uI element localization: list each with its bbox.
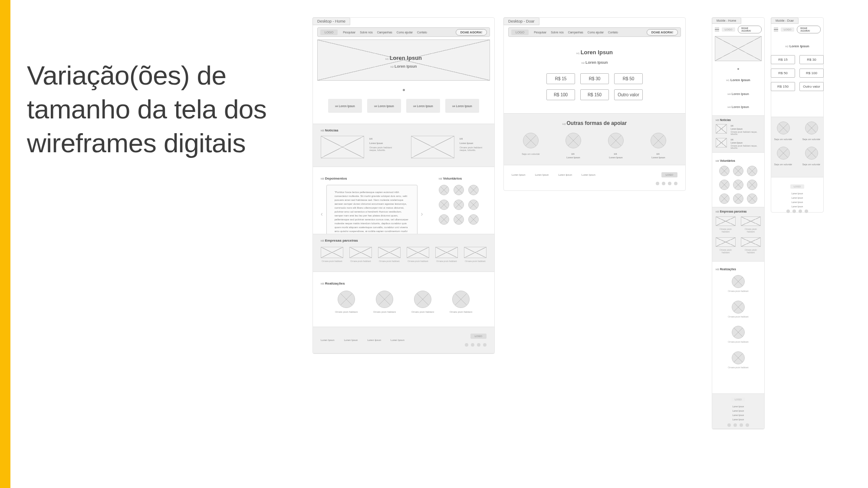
nav-item[interactable]: Como ajudar — [588, 31, 604, 34]
amount-button[interactable]: R$ 100 — [546, 89, 575, 100]
partner-item[interactable]: Ornare proin habitant — [464, 247, 487, 262]
avatar[interactable] — [747, 180, 757, 190]
real-item[interactable]: Ornare proin habitant — [716, 326, 761, 344]
avatar[interactable] — [468, 214, 479, 225]
partner-item[interactable]: Ornare proin habitant — [716, 216, 736, 233]
logo[interactable]: LOGO — [320, 29, 338, 35]
social-icon[interactable] — [746, 423, 749, 427]
donate-cta[interactable]: DOAE AGORA! — [738, 26, 762, 33]
real-item[interactable]: Ornare proin habitant — [716, 351, 761, 369]
donate-cta[interactable]: DOAE AGORA! — [456, 29, 487, 36]
footer-logo[interactable]: LOGO — [731, 397, 745, 402]
footer-link[interactable]: Loren Ipsun — [775, 197, 820, 199]
footer-logo[interactable]: LOGO — [470, 334, 487, 339]
nav-item[interactable]: Sobre nós — [360, 31, 373, 34]
next-arrow[interactable]: › — [421, 210, 423, 217]
support-item[interactable]: Seja um voluntár — [516, 133, 546, 159]
support-item[interactable]: Seja um voluntár — [802, 121, 821, 141]
amount-button[interactable]: R$ 150 — [580, 89, 609, 100]
avatar[interactable] — [454, 200, 464, 210]
avatar[interactable] — [468, 185, 479, 195]
social-icon[interactable] — [656, 182, 659, 185]
support-item[interactable]: Seja um voluntár — [774, 121, 792, 141]
social-icon[interactable] — [799, 210, 802, 213]
avatar[interactable] — [468, 200, 479, 210]
partner-item[interactable]: Ornare proin habitant — [321, 247, 343, 262]
avatar[interactable] — [733, 193, 743, 204]
avatar[interactable] — [454, 214, 464, 225]
avatar[interactable] — [439, 185, 449, 195]
feature-card[interactable]: H4Loren Ipsun — [367, 99, 401, 113]
partner-item[interactable]: Ornare proin habitant — [741, 237, 761, 254]
footer-link[interactable]: Loren Ipsun — [367, 339, 381, 341]
nav-item[interactable]: Campanhas — [568, 31, 583, 34]
footer-link[interactable]: Loren Ipsun — [512, 174, 526, 176]
feature-card[interactable]: H4Loren Ipsun — [445, 99, 479, 113]
social-icon[interactable] — [786, 210, 790, 213]
social-icon[interactable] — [805, 210, 808, 213]
support-item[interactable]: H4Loren Ipsun — [558, 133, 589, 159]
amount-button[interactable]: Outro valor — [799, 82, 824, 91]
real-item[interactable]: Ornare proin habitant — [716, 301, 761, 318]
real-item[interactable]: Ornare proin habitant — [333, 291, 359, 314]
support-item[interactable]: H4Loren Ipsun — [643, 133, 674, 159]
footer-link[interactable]: Loren Ipsun — [716, 409, 761, 412]
real-item[interactable]: Ornare proin habitant — [716, 275, 761, 293]
news-item[interactable]: H4Loren IpsunOrnare proin habitant neque… — [716, 138, 761, 149]
nav-item[interactable]: Contato — [417, 31, 427, 34]
partner-item[interactable]: Ornare proin habitant — [741, 216, 761, 233]
nav-item[interactable]: Pesquisar — [534, 31, 546, 34]
amount-button[interactable]: R$ 30 — [799, 55, 824, 64]
social-icon[interactable] — [477, 343, 480, 347]
amount-button[interactable]: R$ 15 — [771, 55, 795, 64]
social-icon[interactable] — [483, 343, 487, 347]
amount-button[interactable]: R$ 50 — [771, 69, 795, 78]
footer-link[interactable]: Loren Ipsun — [775, 201, 820, 203]
footer-link[interactable]: Loren Ipsun — [716, 405, 761, 408]
social-icon[interactable] — [465, 343, 468, 347]
news-item[interactable]: H4Loren IpsunOrnare proin habitant neque… — [716, 124, 761, 135]
real-item[interactable]: Ornare proin habitant — [372, 291, 398, 314]
avatar[interactable] — [719, 193, 730, 204]
feature-item[interactable]: H4Loren Ipsun — [715, 89, 762, 97]
social-icon[interactable] — [733, 423, 737, 427]
footer-link[interactable]: Loren Ipsun — [391, 339, 404, 341]
social-icon[interactable] — [727, 423, 731, 427]
avatar[interactable] — [439, 214, 449, 225]
social-icon[interactable] — [471, 343, 474, 347]
avatar[interactable] — [733, 180, 743, 190]
prev-arrow[interactable]: ‹ — [321, 210, 323, 217]
support-item[interactable]: Seja um voluntár — [774, 147, 792, 166]
footer-link[interactable]: Loren Ipsun — [716, 418, 761, 421]
logo[interactable]: LOGO — [722, 27, 735, 32]
footer-link[interactable]: Loren Ipsun — [775, 205, 820, 208]
avatar[interactable] — [719, 180, 730, 190]
footer-link[interactable]: Loren Ipsun — [321, 339, 335, 341]
social-icon[interactable] — [674, 182, 677, 185]
donate-cta[interactable]: DOAE AGORA! — [647, 29, 678, 36]
avatar[interactable] — [733, 166, 743, 176]
partner-item[interactable]: Ornare proin habitant — [349, 247, 372, 262]
social-icon[interactable] — [662, 182, 665, 185]
logo[interactable]: LOGO — [511, 29, 529, 35]
footer-link[interactable]: Loren Ipsun — [775, 192, 820, 195]
footer-link[interactable]: Loren Ipsun — [558, 174, 572, 176]
support-item[interactable]: Seja um voluntár — [802, 147, 821, 166]
amount-button[interactable]: R$ 50 — [614, 73, 643, 84]
social-icon[interactable] — [792, 210, 796, 213]
avatar[interactable] — [454, 185, 464, 195]
amount-button[interactable]: R$ 15 — [546, 73, 575, 84]
footer-logo[interactable]: LOGO — [661, 172, 677, 177]
news-item[interactable]: H4Loren Ipsun Ornare proin habitant nequ… — [411, 136, 490, 158]
amount-button[interactable]: Outro valor — [614, 89, 643, 100]
avatar[interactable] — [747, 193, 757, 204]
nav-item[interactable]: Pesquisar — [343, 31, 355, 34]
logo[interactable]: LOGO — [781, 27, 794, 32]
footer-link[interactable]: Loren Ipsun — [344, 339, 358, 341]
amount-button[interactable]: R$ 100 — [799, 69, 824, 78]
real-item[interactable]: Ornare proin habitant — [448, 291, 474, 314]
support-item[interactable]: H4Loren Ipsun — [601, 133, 631, 159]
feature-card[interactable]: H4Loren Ipsun — [406, 99, 440, 113]
donate-cta[interactable]: DOAE AGORA! — [797, 26, 821, 33]
nav-item[interactable]: Como ajudar — [397, 31, 413, 34]
